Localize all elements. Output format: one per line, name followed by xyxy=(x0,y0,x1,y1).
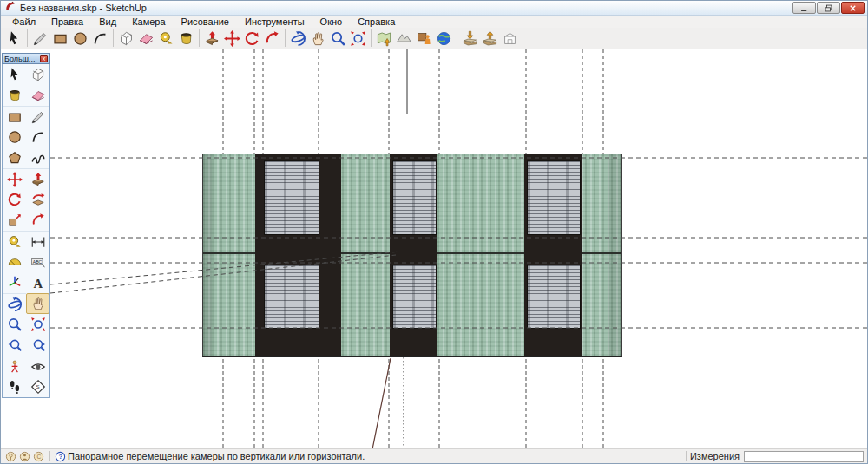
offset-button[interactable] xyxy=(262,29,282,48)
zoom-next-tool-button[interactable] xyxy=(26,335,49,356)
axes-tool-button[interactable] xyxy=(3,272,26,293)
tape-measure-tool-button[interactable] xyxy=(3,231,26,252)
lower-window-blind[interactable] xyxy=(527,265,581,329)
toolbar-separator xyxy=(371,29,372,47)
pan-button[interactable] xyxy=(308,29,328,48)
look-around-tool-button[interactable] xyxy=(26,356,49,376)
eraser-button[interactable] xyxy=(136,29,156,48)
select-tool-button[interactable] xyxy=(3,64,26,85)
menu-Файл[interactable]: Файл xyxy=(4,16,43,27)
svg-text:ABC: ABC xyxy=(32,259,42,265)
push-pull-tool-button[interactable] xyxy=(26,168,49,189)
warehouse-button[interactable] xyxy=(500,29,520,48)
menu-Правка[interactable]: Правка xyxy=(43,16,91,27)
eraser-icon xyxy=(30,88,46,103)
upper-window-blind[interactable] xyxy=(527,160,581,235)
lower-window-blind[interactable] xyxy=(264,265,319,329)
title-bar: Без названия.skp - SketchUp xyxy=(1,1,867,16)
claim-icon[interactable] xyxy=(18,450,30,462)
push-pull-button[interactable] xyxy=(202,29,222,48)
menu-Вид[interactable]: Вид xyxy=(91,16,124,27)
make-component-icon xyxy=(118,30,135,47)
walk-icon xyxy=(7,379,23,395)
paint-bucket-button[interactable] xyxy=(176,29,196,48)
menu-Инструменты[interactable]: Инструменты xyxy=(237,16,312,27)
zoom-previous-tool-button[interactable] xyxy=(3,335,26,356)
move-button[interactable] xyxy=(222,29,242,48)
sketchup-logo-icon xyxy=(4,1,16,12)
orbit-button[interactable] xyxy=(288,29,308,48)
text-tool-button[interactable]: ABC xyxy=(26,252,49,272)
window-bay[interactable] xyxy=(390,154,437,356)
make-component-button[interactable] xyxy=(116,29,136,48)
select-button[interactable] xyxy=(4,29,24,48)
tape-measure-button[interactable] xyxy=(156,29,176,48)
add-location-button[interactable] xyxy=(374,29,394,48)
zoom-button[interactable] xyxy=(328,29,348,48)
close-icon[interactable]: x xyxy=(40,55,48,62)
photo-textures-button[interactable] xyxy=(414,29,434,48)
close-icon xyxy=(848,3,858,13)
orbit-tool-button[interactable] xyxy=(3,293,26,314)
pan-tool-button[interactable] xyxy=(26,293,49,314)
palette-title-bar[interactable]: Больш... x xyxy=(2,53,50,64)
rotate-button[interactable] xyxy=(242,29,262,48)
3d-text-tool-button[interactable]: A xyxy=(26,272,49,293)
paint-bucket-tool-button[interactable] xyxy=(3,85,26,106)
offset-tool-button[interactable] xyxy=(26,210,49,231)
polygon-tool-button[interactable] xyxy=(3,147,26,168)
minimize-button[interactable] xyxy=(792,2,816,14)
scale-tool-button[interactable] xyxy=(3,210,26,231)
walk-tool-button[interactable] xyxy=(3,376,26,397)
rotate-icon xyxy=(244,30,260,47)
move-tool-button[interactable] xyxy=(3,168,26,189)
geolocation-icon[interactable] xyxy=(4,450,16,462)
menu-Камера[interactable]: Камера xyxy=(124,16,173,27)
facade-wall[interactable] xyxy=(202,154,622,357)
menu-Окно[interactable]: Окно xyxy=(312,16,351,27)
arc-tool-button[interactable] xyxy=(26,127,49,147)
follow-me-tool-button[interactable] xyxy=(26,189,49,210)
toggle-terrain-button[interactable] xyxy=(394,29,414,48)
maximize-button[interactable] xyxy=(817,2,840,14)
close-button[interactable] xyxy=(841,2,865,14)
make-component-icon xyxy=(30,67,46,82)
share-models-button[interactable] xyxy=(480,29,500,48)
rotate-tool-button[interactable] xyxy=(3,189,26,210)
axes-icon xyxy=(7,275,23,291)
protractor-tool-button[interactable] xyxy=(3,252,26,272)
section-plane-tool-button[interactable]: S xyxy=(26,376,49,397)
dimension-tool-button[interactable] xyxy=(26,231,49,252)
upper-window-blind[interactable] xyxy=(264,160,319,235)
upper-window-blind[interactable] xyxy=(392,160,437,235)
credits-icon[interactable]: C xyxy=(32,450,44,462)
rectangle-tool-button[interactable] xyxy=(3,106,26,127)
eraser-tool-button[interactable] xyxy=(26,85,49,106)
freehand-tool-button[interactable] xyxy=(26,147,49,168)
zoom-extents-tool-button[interactable] xyxy=(26,314,49,335)
lower-window-blind[interactable] xyxy=(392,265,437,329)
rectangle-icon xyxy=(7,109,23,125)
help-icon[interactable]: ? xyxy=(54,450,66,462)
menu-Рисование[interactable]: Рисование xyxy=(174,16,237,27)
zoom-tool-button[interactable] xyxy=(3,314,26,335)
preview-google-earth-icon xyxy=(436,30,452,47)
window-bay[interactable] xyxy=(524,154,582,356)
arc-button[interactable] xyxy=(90,29,110,48)
circle-button[interactable] xyxy=(70,29,90,48)
circle-tool-button[interactable] xyxy=(3,127,26,147)
preview-google-earth-button[interactable] xyxy=(434,29,454,48)
position-camera-tool-button[interactable] xyxy=(3,356,26,376)
window-bay[interactable] xyxy=(255,154,341,356)
rectangle-button[interactable] xyxy=(50,29,70,48)
line-button[interactable] xyxy=(30,29,50,48)
arc-icon xyxy=(92,30,108,47)
building-model[interactable] xyxy=(1,49,867,448)
menu-Справка[interactable]: Справка xyxy=(350,16,403,27)
measurements-input[interactable] xyxy=(744,451,864,462)
get-models-button[interactable] xyxy=(460,29,480,48)
drawing-canvas[interactable] xyxy=(1,49,867,448)
line-tool-button[interactable] xyxy=(26,106,49,127)
zoom-extents-button[interactable] xyxy=(348,29,368,48)
make-component-tool-button[interactable] xyxy=(26,64,49,85)
